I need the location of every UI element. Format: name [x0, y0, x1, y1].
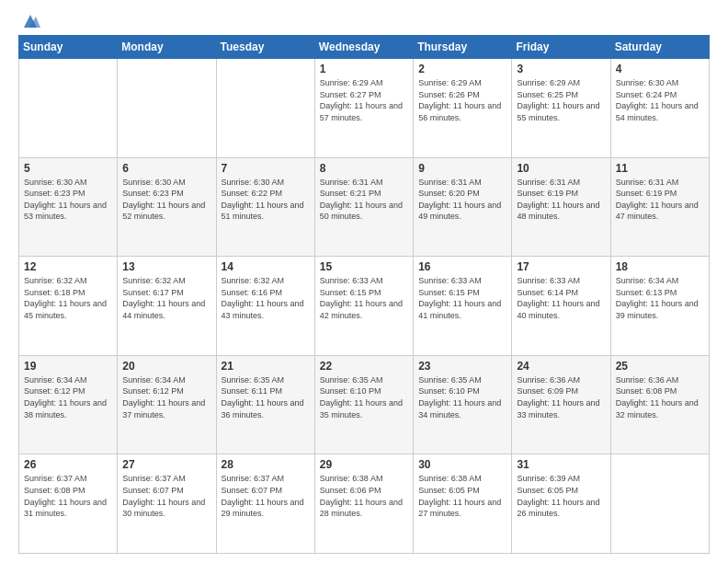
- calendar-header-row: SundayMondayTuesdayWednesdayThursdayFrid…: [19, 36, 710, 59]
- day-info: Sunrise: 6:38 AM Sunset: 6:05 PM Dayligh…: [418, 473, 506, 519]
- day-info: Sunrise: 6:35 AM Sunset: 6:10 PM Dayligh…: [418, 374, 506, 420]
- day-info: Sunrise: 6:29 AM Sunset: 6:27 PM Dayligh…: [320, 77, 408, 123]
- calendar-cell: 1Sunrise: 6:29 AM Sunset: 6:27 PM Daylig…: [314, 59, 413, 158]
- calendar-cell: 18Sunrise: 6:34 AM Sunset: 6:13 PM Dayli…: [610, 257, 709, 356]
- day-info: Sunrise: 6:32 AM Sunset: 6:17 PM Dayligh…: [122, 275, 210, 321]
- calendar-cell: 12Sunrise: 6:32 AM Sunset: 6:18 PM Dayli…: [19, 257, 118, 356]
- calendar-cell: 29Sunrise: 6:38 AM Sunset: 6:06 PM Dayli…: [314, 454, 413, 554]
- day-number: 14: [222, 260, 310, 273]
- day-number: 22: [320, 360, 408, 373]
- day-number: 26: [24, 458, 112, 471]
- day-info: Sunrise: 6:32 AM Sunset: 6:16 PM Dayligh…: [222, 275, 310, 321]
- calendar-header-friday: Friday: [512, 36, 610, 59]
- calendar-cell: 7Sunrise: 6:30 AM Sunset: 6:22 PM Daylig…: [216, 157, 314, 257]
- calendar-cell: 19Sunrise: 6:34 AM Sunset: 6:12 PM Dayli…: [19, 355, 118, 454]
- day-number: 28: [222, 458, 310, 471]
- day-info: Sunrise: 6:32 AM Sunset: 6:18 PM Dayligh…: [24, 275, 112, 321]
- day-info: Sunrise: 6:36 AM Sunset: 6:08 PM Dayligh…: [616, 374, 704, 420]
- day-info: Sunrise: 6:30 AM Sunset: 6:24 PM Dayligh…: [616, 77, 704, 123]
- calendar-cell: 28Sunrise: 6:37 AM Sunset: 6:07 PM Dayli…: [216, 454, 314, 554]
- calendar-cell: 6Sunrise: 6:30 AM Sunset: 6:23 PM Daylig…: [118, 157, 216, 257]
- day-number: 21: [222, 360, 310, 373]
- calendar-cell: 16Sunrise: 6:33 AM Sunset: 6:15 PM Dayli…: [414, 257, 512, 356]
- calendar-cell: 31Sunrise: 6:39 AM Sunset: 6:05 PM Dayli…: [512, 454, 610, 554]
- calendar-table: SundayMondayTuesdayWednesdayThursdayFrid…: [18, 35, 710, 554]
- day-number: 19: [24, 360, 112, 373]
- day-number: 1: [320, 63, 408, 75]
- calendar-cell: 25Sunrise: 6:36 AM Sunset: 6:08 PM Dayli…: [610, 355, 709, 454]
- day-info: Sunrise: 6:31 AM Sunset: 6:19 PM Dayligh…: [517, 177, 605, 223]
- day-info: Sunrise: 6:30 AM Sunset: 6:23 PM Dayligh…: [122, 177, 210, 223]
- day-number: 10: [517, 162, 605, 175]
- calendar-cell: 21Sunrise: 6:35 AM Sunset: 6:11 PM Dayli…: [216, 355, 314, 454]
- day-info: Sunrise: 6:39 AM Sunset: 6:05 PM Dayligh…: [517, 473, 605, 519]
- calendar-cell: 22Sunrise: 6:35 AM Sunset: 6:10 PM Dayli…: [314, 355, 413, 454]
- day-info: Sunrise: 6:31 AM Sunset: 6:21 PM Dayligh…: [320, 177, 408, 223]
- calendar-header-monday: Monday: [118, 36, 216, 59]
- day-number: 3: [517, 63, 605, 75]
- calendar-cell: 27Sunrise: 6:37 AM Sunset: 6:07 PM Dayli…: [118, 454, 216, 554]
- calendar-week-5: 26Sunrise: 6:37 AM Sunset: 6:08 PM Dayli…: [19, 454, 710, 554]
- day-number: 31: [517, 458, 605, 471]
- calendar-cell: 20Sunrise: 6:34 AM Sunset: 6:12 PM Dayli…: [118, 355, 216, 454]
- calendar-cell: 13Sunrise: 6:32 AM Sunset: 6:17 PM Dayli…: [118, 257, 216, 356]
- day-number: 23: [418, 360, 506, 373]
- calendar-cell: [19, 59, 118, 158]
- day-info: Sunrise: 6:37 AM Sunset: 6:07 PM Dayligh…: [122, 473, 210, 519]
- day-number: 8: [320, 162, 408, 175]
- calendar-cell: [610, 454, 709, 554]
- day-info: Sunrise: 6:37 AM Sunset: 6:07 PM Dayligh…: [222, 473, 310, 519]
- day-info: Sunrise: 6:35 AM Sunset: 6:10 PM Dayligh…: [320, 374, 408, 420]
- calendar-cell: 14Sunrise: 6:32 AM Sunset: 6:16 PM Dayli…: [216, 257, 314, 356]
- day-number: 27: [122, 458, 210, 471]
- day-number: 17: [517, 260, 605, 273]
- day-number: 24: [517, 360, 605, 373]
- calendar-header-sunday: Sunday: [19, 36, 118, 59]
- day-number: 9: [418, 162, 506, 175]
- day-number: 2: [418, 63, 506, 75]
- calendar-cell: 11Sunrise: 6:31 AM Sunset: 6:19 PM Dayli…: [610, 157, 709, 257]
- logo: [18, 15, 40, 26]
- day-info: Sunrise: 6:30 AM Sunset: 6:22 PM Dayligh…: [222, 177, 310, 223]
- calendar-week-1: 1Sunrise: 6:29 AM Sunset: 6:27 PM Daylig…: [19, 59, 710, 158]
- day-number: 7: [222, 162, 310, 175]
- calendar-cell: [118, 59, 216, 158]
- calendar-cell: 8Sunrise: 6:31 AM Sunset: 6:21 PM Daylig…: [314, 157, 413, 257]
- day-info: Sunrise: 6:37 AM Sunset: 6:08 PM Dayligh…: [24, 473, 112, 519]
- calendar-header-saturday: Saturday: [610, 36, 709, 59]
- calendar-cell: 5Sunrise: 6:30 AM Sunset: 6:23 PM Daylig…: [19, 157, 118, 257]
- day-info: Sunrise: 6:36 AM Sunset: 6:09 PM Dayligh…: [517, 374, 605, 420]
- day-number: 15: [320, 260, 408, 273]
- day-info: Sunrise: 6:34 AM Sunset: 6:13 PM Dayligh…: [616, 275, 704, 321]
- calendar-cell: 26Sunrise: 6:37 AM Sunset: 6:08 PM Dayli…: [19, 454, 118, 554]
- calendar-week-4: 19Sunrise: 6:34 AM Sunset: 6:12 PM Dayli…: [19, 355, 710, 454]
- calendar-cell: 30Sunrise: 6:38 AM Sunset: 6:05 PM Dayli…: [414, 454, 512, 554]
- day-number: 12: [24, 260, 112, 273]
- day-info: Sunrise: 6:35 AM Sunset: 6:11 PM Dayligh…: [222, 374, 310, 420]
- day-info: Sunrise: 6:33 AM Sunset: 6:15 PM Dayligh…: [320, 275, 408, 321]
- day-number: 29: [320, 458, 408, 471]
- calendar-cell: 2Sunrise: 6:29 AM Sunset: 6:26 PM Daylig…: [414, 59, 512, 158]
- header: [18, 15, 710, 26]
- calendar-cell: 10Sunrise: 6:31 AM Sunset: 6:19 PM Dayli…: [512, 157, 610, 257]
- day-info: Sunrise: 6:31 AM Sunset: 6:19 PM Dayligh…: [616, 177, 704, 223]
- day-number: 5: [24, 162, 112, 175]
- calendar-cell: 4Sunrise: 6:30 AM Sunset: 6:24 PM Daylig…: [610, 59, 709, 158]
- calendar-week-2: 5Sunrise: 6:30 AM Sunset: 6:23 PM Daylig…: [19, 157, 710, 257]
- day-info: Sunrise: 6:29 AM Sunset: 6:26 PM Dayligh…: [418, 77, 506, 123]
- day-info: Sunrise: 6:34 AM Sunset: 6:12 PM Dayligh…: [122, 374, 210, 420]
- calendar-cell: 24Sunrise: 6:36 AM Sunset: 6:09 PM Dayli…: [512, 355, 610, 454]
- day-info: Sunrise: 6:30 AM Sunset: 6:23 PM Dayligh…: [24, 177, 112, 223]
- logo-icon: [20, 11, 40, 31]
- day-info: Sunrise: 6:29 AM Sunset: 6:25 PM Dayligh…: [517, 77, 605, 123]
- day-number: 13: [122, 260, 210, 273]
- day-number: 18: [616, 260, 704, 273]
- calendar-cell: 3Sunrise: 6:29 AM Sunset: 6:25 PM Daylig…: [512, 59, 610, 158]
- calendar-cell: 23Sunrise: 6:35 AM Sunset: 6:10 PM Dayli…: [414, 355, 512, 454]
- day-info: Sunrise: 6:38 AM Sunset: 6:06 PM Dayligh…: [320, 473, 408, 519]
- calendar-header-wednesday: Wednesday: [314, 36, 413, 59]
- day-number: 11: [616, 162, 704, 175]
- calendar-cell: 17Sunrise: 6:33 AM Sunset: 6:14 PM Dayli…: [512, 257, 610, 356]
- calendar-cell: [216, 59, 314, 158]
- day-number: 25: [616, 360, 704, 373]
